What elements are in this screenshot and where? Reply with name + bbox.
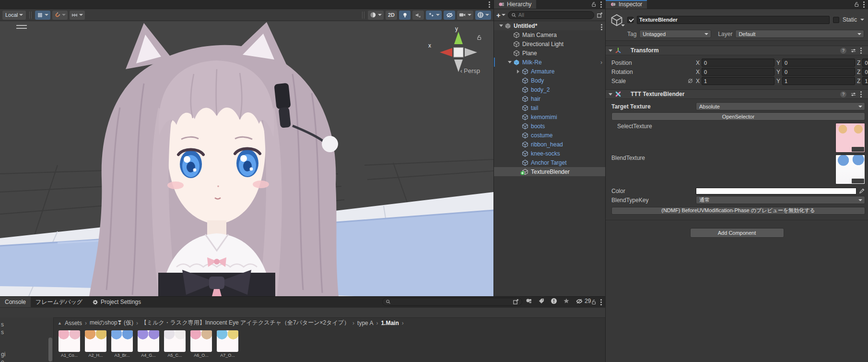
tab-project-settings[interactable]: Project Settings [87,297,146,307]
ndmf-preview-button[interactable]: (NDMF) BeforeUVModification-Phase のプレビュー… [611,207,865,215]
hierarchy-item-hair[interactable]: hair [494,94,605,103]
hierarchy-item-costume[interactable]: costume [494,131,605,140]
overlay-menu-icon[interactable] [16,25,27,29]
rotation-x-field[interactable] [702,68,774,76]
gizmo-y-label[interactable]: y [455,25,458,32]
gizmo-x-label[interactable]: x [428,42,431,49]
select-texture-thumbnail[interactable] [835,123,865,153]
layer-dropdown[interactable]: Default [735,30,864,38]
project-folder-pane[interactable]: ssgie [0,317,54,362]
textureblender-foldout-icon[interactable] [609,93,612,97]
scene-viewport[interactable]: y x ‹ Persp [0,21,493,296]
texture-thumbnail[interactable] [217,330,238,352]
hierarchy-item-knee-socks[interactable]: knee-socks [494,149,605,158]
textureblender-menu-icon[interactable] [860,94,862,95]
transform-menu-icon[interactable] [860,50,862,51]
breadcrumb-item[interactable]: 【ミルク・ラスク専用】Innocent Eye アイテクスチャ（全7パターン×2… [141,319,350,327]
file-item-a7-o-[interactable]: A7_O... [217,330,238,362]
tab-console[interactable]: Console [0,297,31,307]
gameobject-icon[interactable] [610,13,624,27]
favorites-star-icon[interactable] [563,298,570,304]
eyedropper-icon[interactable] [858,188,865,194]
scale-z-field[interactable] [862,77,868,85]
gizmo-lock-icon[interactable] [476,35,482,40]
add-component-button[interactable]: Add Component [690,228,784,238]
hierarchy-item-ribbon-head[interactable]: ribbon_head [494,140,605,149]
hierarchy-item-milk-re[interactable]: Milk-Re› [494,58,605,67]
perspective-toggle[interactable]: ‹ Persp [460,67,480,74]
target-texture-dropdown[interactable]: Absolute [696,102,865,110]
breadcrumb-item[interactable]: 1.Main [381,320,399,326]
transform-foldout-icon[interactable] [609,49,612,54]
project-search[interactable] [382,298,522,306]
hierarchy-menu-icon[interactable] [600,4,602,5]
2d-view-button[interactable]: 2D [386,11,397,20]
textureblender-presets-icon[interactable] [850,91,856,97]
file-item-a2-h-[interactable]: A2_H... [85,330,106,362]
open-selector-button[interactable]: OpenSelector [611,112,865,121]
filter-by-label-icon[interactable] [538,298,545,304]
project-picker-icon[interactable] [513,299,519,305]
file-item-a5-c-[interactable]: A5_C... [164,330,186,362]
collapse-listview-icon[interactable]: ▲ [58,321,62,326]
transform-header[interactable]: Transform ? [606,46,868,55]
hierarchy-search-input[interactable] [518,12,591,18]
texture-thumbnail[interactable] [190,330,212,352]
scene-visibility-button[interactable] [444,11,455,20]
object-name-field[interactable] [637,16,830,24]
hierarchy-item-untitled-[interactable]: Untitled* [494,21,605,30]
transform-presets-icon[interactable] [850,48,856,54]
shading-mode-dropdown[interactable] [368,11,384,20]
tab--[interactable]: フレームデバッグ [31,297,87,307]
gizmos-dropdown[interactable] [475,11,491,20]
scale-y-field[interactable] [782,77,855,85]
file-item-a1-co-[interactable]: A1_Co... [59,330,80,362]
tag-dropdown[interactable]: Untagged [639,30,711,38]
filter-by-type-icon[interactable] [526,298,532,304]
breadcrumb-item[interactable]: meiのshop❣ (仮) [90,319,133,327]
rotation-z-field[interactable] [862,68,868,76]
hierarchy-search[interactable] [508,11,594,19]
static-dropdown-icon[interactable] [860,19,864,23]
grid-visibility-button[interactable] [35,11,50,20]
bottom-lock-icon[interactable] [591,299,597,305]
hierarchy-item-kemomimi[interactable]: kemomimi [494,112,605,121]
console-errors-icon[interactable] [551,298,557,304]
prefab-open-chevron[interactable]: › [600,59,605,66]
texture-thumbnail[interactable] [111,330,133,352]
folder-pane-scrollbar[interactable] [48,338,52,362]
rotation-y-field[interactable] [782,68,855,76]
transform-help-icon[interactable]: ? [840,48,846,54]
scene-audio-button[interactable] [412,11,424,20]
scale-link-icon[interactable] [686,78,694,84]
blend-type-dropdown[interactable]: 通常 [696,196,865,204]
scene-lighting-button[interactable] [399,11,411,20]
texture-thumbnail[interactable] [85,330,106,352]
scene-camera-dropdown[interactable] [457,11,473,20]
scene-menu-icon[interactable] [489,4,490,5]
file-item-a6-o-[interactable]: A6_O... [190,330,212,362]
snap-toggle-button[interactable] [52,11,68,20]
hierarchy-item-main-camera[interactable]: Main Camera [494,30,605,39]
inspector-menu-icon[interactable] [863,4,865,5]
position-y-field[interactable] [782,59,855,67]
hierarchy-item-textureblender[interactable]: TextureBlender [494,167,605,176]
file-item-a4-g-[interactable]: A4_G... [138,330,159,362]
hierarchy-item-tail[interactable]: tail [494,103,605,112]
handle-orientation-dropdown[interactable]: Local [2,11,26,20]
color-swatch[interactable] [696,188,856,194]
file-item-a3-br-[interactable]: A3_Br... [111,330,133,362]
project-search-input[interactable] [393,299,503,305]
inspector-lock-icon[interactable] [854,1,859,7]
texture-thumbnail[interactable] [138,330,159,352]
hierarchy-item-plane[interactable]: Plane [494,48,605,58]
texture-thumbnail[interactable] [59,330,80,352]
textureblender-header[interactable]: TTT TextureBlender ? [606,89,868,99]
blend-texture-thumbnail[interactable] [835,155,865,184]
picker-window-icon[interactable] [597,12,603,18]
position-x-field[interactable] [702,59,774,67]
textureblender-help-icon[interactable]: ? [840,91,846,97]
hierarchy-item-body-2[interactable]: body_2 [494,85,605,94]
hierarchy-item-boots[interactable]: boots [494,121,605,131]
hierarchy-lock-icon[interactable] [591,1,597,7]
